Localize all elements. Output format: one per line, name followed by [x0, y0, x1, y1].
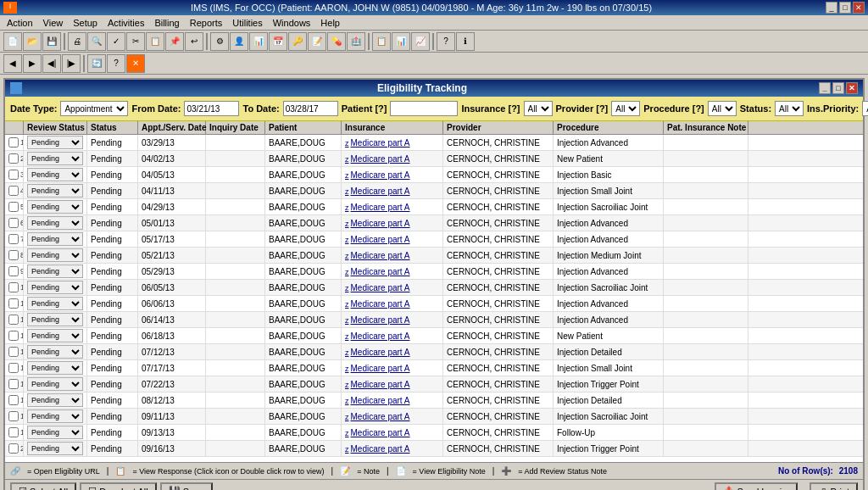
toolbar-b6[interactable]: 📝 — [308, 32, 326, 51]
toolbar-info[interactable]: ℹ — [456, 32, 475, 51]
row-checkbox[interactable] — [8, 250, 19, 260]
review-status-row-select[interactable]: Pending — [27, 168, 83, 181]
header-note[interactable]: Pat. Insurance Note — [664, 121, 748, 134]
send-inquiry-button[interactable]: 📤 Send Inquiry — [715, 482, 798, 491]
cell-review[interactable]: Pending — [24, 393, 87, 408]
ins-icon[interactable]: z — [345, 187, 349, 196]
select-all-button[interactable]: ☑ Select All — [10, 482, 76, 491]
toolbar-print[interactable]: 🖨 — [68, 32, 86, 51]
menu-reports[interactable]: Reports — [185, 17, 228, 29]
review-status-row-select[interactable]: Pending — [27, 248, 83, 262]
help-btn[interactable]: ? — [107, 54, 125, 73]
table-row[interactable]: 6 ▶ Pending Pending 05/01/13 BAARE,DOUG … — [5, 215, 863, 231]
toolbar-b8[interactable]: 🏥 — [347, 32, 365, 51]
review-status-row-select[interactable]: Pending — [27, 216, 83, 230]
cell-insurance[interactable]: zMedicare part A — [342, 376, 443, 392]
review-status-row-select[interactable]: Pending — [27, 442, 83, 455]
menu-utilities[interactable]: Utilities — [227, 17, 267, 29]
insurance-link[interactable]: zMedicare part A — [345, 396, 410, 405]
to-date-input[interactable] — [283, 101, 338, 116]
cell-insurance[interactable]: zMedicare part A — [342, 328, 443, 343]
cell-insurance[interactable]: zMedicare part A — [342, 167, 443, 182]
cell-insurance[interactable]: zMedicare part A — [342, 231, 443, 247]
cell-review[interactable]: Pending — [24, 151, 87, 166]
header-inquiry[interactable]: Inquiry Date — [206, 121, 265, 134]
cell-insurance[interactable]: zMedicare part A — [342, 248, 443, 263]
ins-icon[interactable]: z — [345, 139, 349, 148]
review-status-row-select[interactable]: Pending — [27, 345, 83, 359]
toolbar-help[interactable]: ? — [437, 32, 455, 51]
toolbar-b2[interactable]: 👤 — [230, 32, 248, 51]
cell-insurance[interactable]: zMedicare part A — [342, 425, 443, 440]
row-checkbox[interactable] — [8, 202, 19, 212]
status-select[interactable]: All — [775, 101, 804, 116]
insurance-link[interactable]: zMedicare part A — [345, 331, 410, 341]
cell-review[interactable]: Pending — [24, 312, 87, 327]
review-status-row-select[interactable]: Pending — [27, 313, 83, 326]
row-checkbox[interactable] — [8, 395, 19, 405]
deselect-all-button[interactable]: ☐ Deselect All — [80, 482, 156, 491]
minimize-button[interactable]: _ — [826, 2, 837, 14]
table-row[interactable]: 3 ▶ Pending Pending 04/05/13 BAARE,DOUG … — [5, 167, 863, 183]
cell-insurance[interactable]: zMedicare part A — [342, 393, 443, 408]
cell-review[interactable]: Pending — [24, 264, 87, 279]
menu-view[interactable]: View — [38, 17, 69, 29]
review-status-row-select[interactable]: Pending — [27, 361, 83, 375]
toolbar-preview[interactable]: 🔍 — [87, 32, 106, 51]
table-row[interactable]: 2 ▶ Pending Pending 04/02/13 BAARE,DOUG … — [5, 151, 863, 167]
insurance-link[interactable]: zMedicare part A — [345, 315, 410, 325]
insurance-link[interactable]: zMedicare part A — [345, 187, 410, 196]
cell-insurance[interactable]: zMedicare part A — [342, 199, 443, 214]
patient-input[interactable] — [390, 101, 458, 116]
review-status-row-select[interactable]: Pending — [27, 152, 83, 165]
row-checkbox[interactable] — [8, 363, 19, 373]
refresh-btn[interactable]: 🔄 — [87, 54, 106, 73]
table-body[interactable]: 1 ▶ Pending Pending 03/29/13 BAARE,DOUG … — [5, 135, 863, 462]
cell-review[interactable]: Pending — [24, 376, 87, 392]
menu-windows[interactable]: Windows — [268, 17, 316, 29]
insurance-link[interactable]: zMedicare part A — [345, 428, 410, 437]
ins-icon[interactable]: z — [345, 413, 349, 421]
header-insurance[interactable]: Insurance — [342, 121, 443, 134]
cell-review[interactable]: Pending — [24, 167, 87, 182]
menu-action[interactable]: Action — [2, 17, 38, 29]
ins-icon[interactable]: z — [345, 397, 349, 405]
cell-insurance[interactable]: zMedicare part A — [342, 215, 443, 231]
ins-icon[interactable]: z — [345, 348, 349, 357]
review-status-row-select[interactable]: Pending — [27, 136, 83, 149]
print-button[interactable]: 🖨 Print — [810, 482, 858, 491]
review-status-row-select[interactable]: Pending — [27, 232, 83, 246]
table-row[interactable]: 16 ▶ Pending Pending 07/22/13 BAARE,DOUG… — [5, 376, 863, 393]
cell-review[interactable]: Pending — [24, 360, 87, 376]
cell-review[interactable]: Pending — [24, 344, 87, 359]
table-row[interactable]: 8 ▶ Pending Pending 05/21/13 BAARE,DOUG … — [5, 248, 863, 264]
ins-icon[interactable]: z — [345, 252, 349, 260]
nav-back[interactable]: ◀ — [3, 54, 22, 73]
table-row[interactable]: 15 ▶ Pending Pending 07/17/13 BAARE,DOUG… — [5, 360, 863, 376]
header-status[interactable]: Status — [87, 121, 138, 134]
insurance-select[interactable]: All — [524, 101, 553, 116]
win-maximize[interactable]: □ — [832, 82, 844, 94]
review-status-row-select[interactable]: Pending — [27, 264, 83, 278]
toolbar-cut[interactable]: ✂ — [126, 32, 145, 51]
ins-icon[interactable]: z — [345, 300, 349, 309]
save-button[interactable]: 💾 Save — [160, 482, 213, 491]
table-row[interactable]: 20 ▶ Pending Pending 09/16/13 BAARE,DOUG… — [5, 441, 863, 457]
win-minimize[interactable]: _ — [819, 82, 831, 94]
row-checkbox[interactable] — [8, 266, 19, 276]
toolbar-paste[interactable]: 📌 — [165, 32, 184, 51]
review-status-row-select[interactable]: Pending — [27, 329, 83, 342]
cell-review[interactable]: Pending — [24, 215, 87, 231]
header-provider[interactable]: Provider — [443, 121, 554, 134]
insurance-link[interactable]: zMedicare part A — [345, 138, 410, 148]
row-checkbox[interactable] — [8, 315, 19, 325]
ins-icon[interactable]: z — [345, 155, 349, 164]
date-type-select[interactable]: Appointment Da — [60, 101, 128, 116]
row-checkbox[interactable] — [8, 298, 19, 309]
insurance-link[interactable]: zMedicare part A — [345, 170, 410, 180]
review-status-row-select[interactable]: Pending — [27, 281, 83, 294]
ins-icon[interactable]: z — [345, 381, 349, 389]
menu-billing[interactable]: Billing — [149, 17, 184, 29]
ins-icon[interactable]: z — [345, 284, 349, 292]
table-row[interactable]: 18 ▶ Pending Pending 09/11/13 BAARE,DOUG… — [5, 409, 863, 425]
